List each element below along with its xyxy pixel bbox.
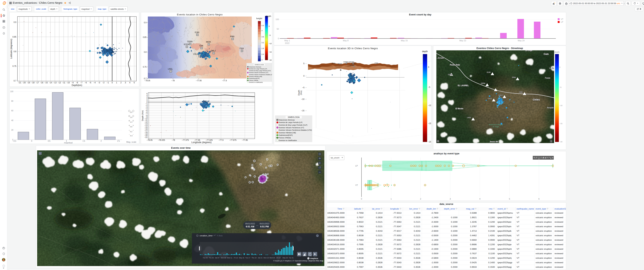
svg-text:6: 6: [538, 198, 540, 200]
svg-text:Eventos de Largo Periodo (LP): Eventos de Largo Periodo (LP): [249, 68, 267, 70]
svg-text:−10: −10: [428, 104, 431, 106]
svg-text:1: 1: [390, 198, 392, 200]
svg-text:May 15: May 15: [239, 257, 244, 259]
svg-text:−5: −5: [269, 34, 271, 36]
svg-text:SIMBOLOGÍA: SIMBOLOGÍA: [288, 116, 300, 118]
svg-text:−78.05: −78.05: [146, 139, 153, 141]
svg-text:0.75: 0.75: [143, 66, 147, 68]
svg-text:Depth: Depth: [298, 90, 300, 95]
svg-text:1.3: 1.3: [130, 121, 132, 123]
svg-text:El Ángel: El Ángel: [492, 126, 499, 128]
svg-text:−77.975: −77.975: [182, 139, 189, 141]
svg-text:−78.05: −78.05: [144, 80, 150, 82]
svg-text:mapbox: mapbox: [310, 257, 318, 259]
svg-text:La Ortiga: La Ortiga: [525, 50, 532, 52]
svg-text:4: 4: [479, 198, 480, 200]
svg-text:−6: −6: [84, 82, 87, 84]
svg-text:5: 5: [509, 198, 510, 200]
svg-text:0.85: 0.85: [12, 36, 16, 38]
svg-text:100: 100: [10, 91, 13, 93]
svg-text:Eventos de Muy Largo Periodo (: Eventos de Muy Largo Periodo (VLP): [249, 70, 271, 72]
svg-text:−77.875: −77.875: [229, 139, 236, 141]
svg-text:0.7: 0.7: [14, 80, 16, 82]
svg-text:May 29: May 29: [282, 257, 288, 259]
svg-text:0.2: 0.2: [130, 131, 132, 133]
svg-text:−15: −15: [428, 122, 431, 124]
svg-text:Sat 21: Sat 21: [258, 257, 263, 259]
svg-text:Events location 3D in Chiles C: Events location 3D in Chiles Cerro Negro: [328, 47, 378, 50]
svg-text:60: 60: [11, 110, 14, 112]
svg-text:Jesus del: Jesus del: [490, 141, 498, 143]
svg-text:−21: −21: [144, 136, 148, 138]
svg-text:3: 3: [125, 82, 126, 84]
svg-text:2: 2: [120, 82, 122, 84]
svg-text:−15: −15: [301, 109, 304, 112]
svg-text:−78: −78: [172, 80, 175, 82]
svg-text:Y Axis: Y Axis: [217, 234, 223, 237]
svg-text:ICAN: ICAN: [487, 71, 490, 73]
svg-text:LNGL: LNGL: [374, 62, 378, 64]
svg-text:Punte Palo: Punte Palo: [450, 64, 460, 66]
svg-text:−19: −19: [27, 82, 30, 84]
svg-text:−3: −3: [98, 82, 100, 84]
svg-text:−77.9: −77.9: [222, 80, 227, 82]
svg-text:4: 4: [129, 82, 130, 84]
svg-text:Panán: Panán: [545, 77, 550, 79]
svg-text:2.4: 2.4: [262, 53, 264, 55]
svg-text:3.6: 3.6: [262, 36, 264, 38]
svg-text:5: 5: [134, 82, 135, 84]
svg-text:Eventos de Largo Periodo (LP): Eventos de Largo Periodo (LP): [279, 121, 302, 123]
svg-text:0.9: 0.9: [144, 22, 146, 24]
svg-text:ITER: ITER: [240, 48, 244, 50]
svg-text:Event count by day: Event count by day: [409, 13, 432, 16]
svg-text:−11: −11: [62, 82, 65, 84]
svg-text:Mon 23: Mon 23: [264, 257, 269, 259]
svg-text:−78: −78: [172, 139, 175, 141]
svg-text:−15: −15: [560, 122, 562, 124]
svg-text:CERN: CERN: [481, 82, 485, 84]
svg-text:Explosiones(EXP): Explosiones(EXP): [279, 134, 293, 136]
svg-text:Tue 03: Tue 03: [203, 257, 208, 259]
svg-text:Eventos de Muy Largo Periodo (: Eventos de Muy Largo Periodo (VLP): [279, 124, 307, 126]
svg-text:CHL1: CHL1: [193, 53, 198, 55]
svg-text:1.9: 1.9: [130, 116, 132, 118]
svg-text:−77.95: −77.95: [196, 80, 202, 82]
svg-text:Estaciones Sísmicas: Estaciones Sísmicas: [249, 66, 261, 68]
svg-text:80: 80: [11, 100, 14, 102]
svg-text:i: i: [551, 140, 551, 142]
svg-text:Mag. scale: Mag. scale: [126, 141, 136, 143]
svg-text:Eventos Híbridos (HB): Eventos Híbridos (HB): [279, 132, 296, 134]
svg-text:−8: −8: [76, 82, 78, 84]
svg-text:−77.9: −77.9: [218, 139, 224, 141]
svg-text:Fri 13: Fri 13: [234, 257, 238, 259]
svg-text:−1: −1: [106, 82, 109, 84]
svg-text:−10: −10: [66, 82, 70, 84]
svg-text:−17: −17: [36, 82, 39, 84]
svg-text:depth: depth: [266, 15, 271, 17]
svg-text:depth: depth: [554, 51, 560, 53]
svg-text:LNGL: LNGL: [467, 117, 471, 118]
svg-text:Eventos Volcano Tectónicos (VT: Eventos Volcano Tectónicos (VT): [279, 127, 304, 129]
svg-text:IPAN: IPAN: [512, 76, 516, 78]
svg-text:Wed 25: Wed 25: [270, 257, 275, 259]
svg-text:50: 50: [277, 28, 279, 30]
svg-text:Longitude (degrees): Longitude (degrees): [191, 141, 212, 144]
svg-text:2022: 2022: [285, 42, 290, 44]
svg-text:3: 3: [450, 198, 451, 200]
svg-text:Chiles: Chiles: [533, 98, 540, 101]
svg-text:2: 2: [262, 59, 262, 61]
svg-text:Tremor (TREM): Tremor (TREM): [249, 80, 258, 81]
svg-text:−5: −5: [302, 86, 304, 89]
svg-text:Eventos Volcano Tectónicos (VT: Eventos Volcano Tectónicos (VT): [249, 72, 268, 73]
svg-text:−16: −16: [40, 82, 43, 84]
svg-text:CERN: CERN: [187, 41, 192, 43]
svg-text:..donado: ..donado: [437, 57, 444, 59]
svg-text:0.5: 0.5: [48, 140, 50, 142]
svg-text:−0.5: −0.5: [12, 140, 16, 142]
svg-text:Cum: Cum: [544, 53, 549, 55]
svg-text:−13: −13: [53, 82, 56, 84]
svg-text:LNGL: LNGL: [168, 68, 173, 70]
svg-text:4.4: 4.4: [262, 25, 264, 27]
svg-text:0: 0: [303, 75, 304, 77]
svg-text:−15: −15: [44, 82, 48, 84]
